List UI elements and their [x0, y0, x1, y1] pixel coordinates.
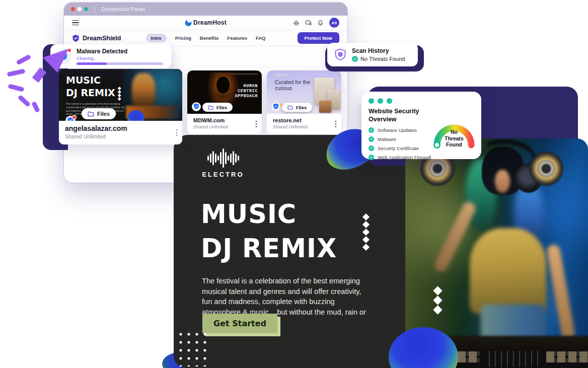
hero-title-line1: MUSIC: [201, 199, 297, 229]
scan-history-toast: Scan History ✓ No Threats Found: [327, 43, 418, 66]
tab-features[interactable]: Features: [227, 35, 247, 41]
site-domain: angelasalazar.com: [65, 124, 176, 132]
chat-icon[interactable]: [305, 20, 312, 26]
hero-panel: ELECTRO MUSIC DJ REMIX The festival is a…: [174, 135, 405, 368]
diamond-decoration: [363, 214, 369, 250]
thumb-title-line2: DJ REMIX: [66, 87, 115, 98]
dreamhost-logo-text: DreamHost: [193, 19, 227, 26]
security-card-title: Website Security Overview: [369, 108, 429, 123]
security-item-label: Malware: [378, 136, 396, 142]
check-icon: ✓: [369, 136, 374, 142]
get-started-button[interactable]: Get Started: [202, 314, 277, 333]
site-domain: MDWM.com: [193, 117, 256, 123]
check-icon: ✓: [369, 127, 374, 133]
dreamshield-badge: [191, 102, 201, 112]
tab-faq[interactable]: FAQ: [256, 35, 266, 41]
dreamshield-brand-text: DreamShield: [83, 35, 121, 42]
security-item-label: Web Application Firewall: [378, 155, 431, 160]
app-toolbar: DreamHost AS: [64, 16, 347, 30]
site-thumbnail-human-centric: HUMAN CENTRIC APPROACH Files: [187, 70, 262, 114]
site-domain: restore.net: [273, 117, 335, 123]
threat-gauge: No Threats Found: [431, 114, 477, 151]
shield-alert-icon: [56, 49, 71, 64]
files-button[interactable]: Files: [282, 103, 312, 112]
thumb-diamond-decoration: [118, 87, 121, 100]
card-dots-decoration: [369, 98, 474, 104]
shield-outline-icon: [334, 48, 347, 62]
dots-pattern: [176, 329, 208, 366]
website-security-card: Website Security Overview ✓ Software Upd…: [361, 92, 481, 159]
malware-toast-status: Cleaning...: [77, 56, 163, 61]
security-item: ✓ Web Application Firewall: [369, 155, 474, 160]
check-icon: ✓: [352, 56, 358, 62]
kebab-menu-icon[interactable]: [256, 121, 257, 127]
site-card-mdwm[interactable]: HUMAN CENTRIC APPROACH Files MDWM.com Sh…: [187, 70, 262, 134]
files-button-label: Files: [216, 105, 228, 110]
dreamhost-logo-icon: [185, 20, 191, 26]
folder-icon: [287, 105, 293, 110]
kebab-menu-icon[interactable]: [176, 129, 178, 136]
thumb-text-line2: CENTRIC: [238, 89, 258, 94]
malware-toast-title: Malware Detected: [77, 48, 163, 55]
cleaning-progress-bar: [77, 62, 163, 65]
site-plan: Shared Unlimited: [193, 124, 256, 129]
gauge-label: No Threats Found: [439, 129, 469, 148]
thumb-text-line3: APPROACH: [235, 94, 258, 99]
window-title: DreamHost Panel: [101, 6, 145, 12]
eject-icon[interactable]: [293, 20, 300, 26]
menu-icon[interactable]: [72, 20, 79, 26]
site-card-footer: angelasalazar.com Shared Unlimited: [59, 121, 182, 144]
titlebar-divider: [95, 6, 95, 13]
page: DreamHost Panel DreamHost AS DreamShield…: [0, 0, 588, 368]
folder-icon: [88, 111, 94, 117]
protect-now-button[interactable]: Protect Now: [298, 32, 339, 44]
alert-badge: [67, 48, 72, 53]
check-icon: ✓: [369, 145, 374, 151]
diamond-decoration-photo: [434, 287, 441, 313]
check-icon: ✓: [369, 155, 374, 160]
site-card-footer: MDWM.com Shared Unlimited: [187, 114, 262, 134]
tab-benefits[interactable]: Benefits: [200, 35, 218, 41]
scan-history-status: No Threats Found: [360, 56, 405, 62]
dreamshield-shield-icon: [72, 34, 80, 42]
window-zoom-button[interactable]: [84, 7, 88, 11]
dreamshield-brand: DreamShield: [72, 34, 121, 42]
files-button-label: Files: [296, 105, 307, 110]
files-button-label: Files: [97, 111, 110, 117]
site-card-angelasalazar[interactable]: MUSIC DJ REMIX The festival is a celebra…: [59, 69, 182, 144]
electro-logo-text: ELECTRO: [199, 171, 247, 178]
site-thumbnail-music: MUSIC DJ REMIX The festival is a celebra…: [59, 69, 182, 121]
files-button[interactable]: Files: [202, 103, 233, 112]
security-item-label: Security Certificate: [378, 145, 419, 151]
files-button[interactable]: Files: [82, 108, 116, 119]
dreamhost-logo: DreamHost: [185, 19, 227, 26]
scan-history-title: Scan History: [352, 47, 405, 54]
hero-title-line2: DJ REMIX: [201, 234, 337, 263]
site-plan: Shared Unlimited: [65, 133, 176, 139]
site-plan: Shared Unlimited: [273, 124, 335, 129]
tab-pricing[interactable]: Pricing: [175, 35, 191, 41]
security-item-label: Software Updates: [378, 127, 417, 133]
tab-intro[interactable]: Intro: [146, 34, 167, 42]
thumb-title-line1: MUSIC: [66, 75, 101, 86]
thumb-text-line1: HUMAN: [243, 84, 258, 89]
bell-icon[interactable]: [317, 20, 324, 26]
dreamshield-badge: [271, 102, 281, 112]
window-titlebar: DreamHost Panel: [64, 3, 347, 16]
thumb-headline: Curated for the curious: [275, 80, 311, 92]
window-close-button[interactable]: [71, 7, 75, 11]
waveform-icon: [199, 148, 247, 168]
site-thumbnail-restore: Curated for the curious Files: [267, 70, 341, 114]
electro-logo: ELECTRO: [199, 148, 247, 178]
kebab-menu-icon[interactable]: [335, 121, 337, 127]
jog-wheel-right: [529, 152, 563, 186]
window-minimize-button[interactable]: [78, 7, 82, 11]
site-card-restore[interactable]: Curated for the curious Files restore.ne…: [267, 70, 341, 134]
dreamshield-badge-alert: [65, 114, 77, 121]
folder-icon: [208, 105, 213, 110]
site-card-footer: restore.net Shared Unlimited: [267, 114, 341, 134]
malware-toast: Malware Detected Cleaning...: [50, 44, 171, 68]
photo-shirt: [470, 228, 546, 314]
user-avatar[interactable]: AS: [329, 18, 339, 28]
